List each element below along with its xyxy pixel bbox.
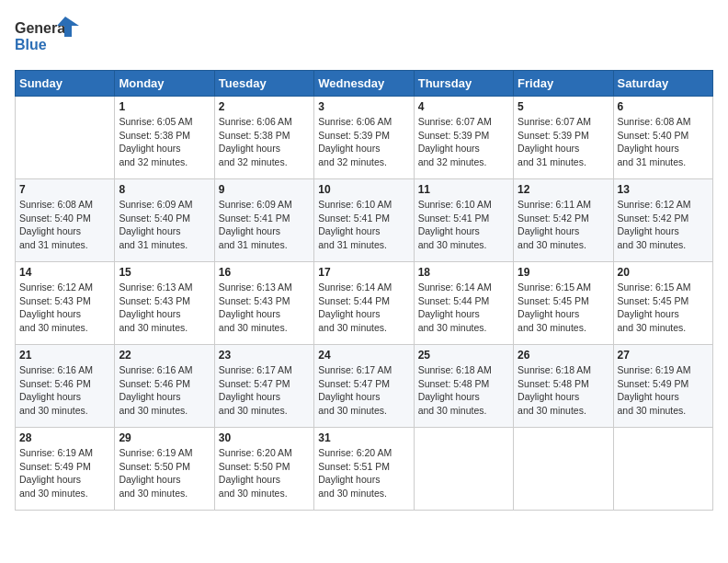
col-header-sunday: Sunday	[16, 71, 115, 97]
calendar-cell: 18Sunrise: 6:14 AMSunset: 5:44 PMDayligh…	[414, 262, 513, 345]
day-info: Sunrise: 6:10 AMSunset: 5:41 PMDaylight …	[318, 198, 409, 252]
day-info: Sunrise: 6:11 AMSunset: 5:42 PMDaylight …	[518, 198, 609, 252]
day-number: 15	[119, 266, 210, 279]
day-info: Sunrise: 6:19 AMSunset: 5:50 PMDaylight …	[119, 446, 210, 500]
day-info: Sunrise: 6:13 AMSunset: 5:43 PMDaylight …	[219, 281, 310, 335]
calendar-cell: 10Sunrise: 6:10 AMSunset: 5:41 PMDayligh…	[314, 179, 414, 262]
calendar-cell: 19Sunrise: 6:15 AMSunset: 5:45 PMDayligh…	[514, 262, 613, 345]
day-info: Sunrise: 6:14 AMSunset: 5:44 PMDaylight …	[418, 281, 509, 335]
day-number: 31	[318, 431, 409, 444]
day-info: Sunrise: 6:06 AMSunset: 5:39 PMDaylight …	[318, 115, 409, 169]
day-info: Sunrise: 6:17 AMSunset: 5:47 PMDaylight …	[318, 363, 409, 418]
calendar-cell: 31Sunrise: 6:20 AMSunset: 5:51 PMDayligh…	[314, 428, 414, 511]
calendar-cell: 23Sunrise: 6:17 AMSunset: 5:47 PMDayligh…	[214, 345, 313, 428]
day-number: 27	[618, 349, 709, 362]
day-number: 12	[518, 183, 609, 196]
calendar-cell	[613, 428, 712, 511]
day-info: Sunrise: 6:16 AMSunset: 5:46 PMDaylight …	[119, 363, 210, 418]
day-info: Sunrise: 6:06 AMSunset: 5:38 PMDaylight …	[219, 115, 310, 169]
day-number: 16	[219, 266, 310, 279]
day-info: Sunrise: 6:20 AMSunset: 5:50 PMDaylight …	[219, 446, 310, 500]
day-number: 28	[19, 431, 110, 444]
calendar-cell: 7Sunrise: 6:08 AMSunset: 5:40 PMDaylight…	[16, 179, 115, 262]
day-info: Sunrise: 6:10 AMSunset: 5:41 PMDaylight …	[418, 198, 509, 252]
calendar-cell: 8Sunrise: 6:09 AMSunset: 5:40 PMDaylight…	[115, 179, 214, 262]
day-number: 20	[618, 266, 709, 279]
day-number: 30	[219, 431, 310, 444]
col-header-thursday: Thursday	[414, 71, 513, 97]
calendar-cell: 9Sunrise: 6:09 AMSunset: 5:41 PMDaylight…	[214, 179, 313, 262]
calendar-week-row: 28Sunrise: 6:19 AMSunset: 5:49 PMDayligh…	[16, 428, 713, 511]
calendar-cell: 3Sunrise: 6:06 AMSunset: 5:39 PMDaylight…	[314, 97, 414, 179]
page-header: GeneralBlue	[15, 15, 713, 61]
calendar-table: SundayMondayTuesdayWednesdayThursdayFrid…	[15, 70, 713, 511]
day-info: Sunrise: 6:09 AMSunset: 5:41 PMDaylight …	[219, 198, 310, 252]
col-header-friday: Friday	[514, 71, 613, 97]
calendar-cell: 14Sunrise: 6:12 AMSunset: 5:43 PMDayligh…	[16, 262, 115, 345]
calendar-cell: 12Sunrise: 6:11 AMSunset: 5:42 PMDayligh…	[514, 179, 613, 262]
calendar-cell: 4Sunrise: 6:07 AMSunset: 5:39 PMDaylight…	[414, 97, 513, 179]
day-info: Sunrise: 6:12 AMSunset: 5:43 PMDaylight …	[19, 281, 110, 335]
calendar-header-row: SundayMondayTuesdayWednesdayThursdayFrid…	[16, 71, 713, 97]
day-number: 6	[618, 100, 709, 113]
logo: GeneralBlue	[15, 15, 79, 61]
col-header-wednesday: Wednesday	[314, 71, 414, 97]
calendar-week-row: 7Sunrise: 6:08 AMSunset: 5:40 PMDaylight…	[16, 179, 713, 262]
calendar-cell	[514, 428, 613, 511]
day-number: 18	[418, 266, 509, 279]
calendar-cell: 17Sunrise: 6:14 AMSunset: 5:44 PMDayligh…	[314, 262, 414, 345]
day-number: 11	[418, 183, 509, 196]
day-number: 26	[518, 349, 609, 362]
day-number: 24	[318, 349, 409, 362]
day-info: Sunrise: 6:18 AMSunset: 5:48 PMDaylight …	[518, 363, 609, 418]
calendar-cell: 27Sunrise: 6:19 AMSunset: 5:49 PMDayligh…	[613, 345, 712, 428]
day-number: 3	[318, 100, 409, 113]
day-info: Sunrise: 6:12 AMSunset: 5:42 PMDaylight …	[618, 198, 709, 252]
day-info: Sunrise: 6:19 AMSunset: 5:49 PMDaylight …	[618, 363, 709, 418]
day-number: 22	[119, 349, 210, 362]
day-number: 13	[618, 183, 709, 196]
day-info: Sunrise: 6:05 AMSunset: 5:38 PMDaylight …	[119, 115, 210, 169]
day-info: Sunrise: 6:08 AMSunset: 5:40 PMDaylight …	[618, 115, 709, 169]
day-number: 19	[518, 266, 609, 279]
calendar-cell: 25Sunrise: 6:18 AMSunset: 5:48 PMDayligh…	[414, 345, 513, 428]
day-number: 4	[418, 100, 509, 113]
logo-icon: GeneralBlue	[15, 15, 79, 61]
day-info: Sunrise: 6:13 AMSunset: 5:43 PMDaylight …	[119, 281, 210, 335]
day-info: Sunrise: 6:17 AMSunset: 5:47 PMDaylight …	[219, 363, 310, 418]
calendar-week-row: 1Sunrise: 6:05 AMSunset: 5:38 PMDaylight…	[16, 97, 713, 179]
calendar-cell: 16Sunrise: 6:13 AMSunset: 5:43 PMDayligh…	[214, 262, 313, 345]
day-number: 7	[19, 183, 110, 196]
day-number: 14	[19, 266, 110, 279]
calendar-week-row: 21Sunrise: 6:16 AMSunset: 5:46 PMDayligh…	[16, 345, 713, 428]
day-info: Sunrise: 6:15 AMSunset: 5:45 PMDaylight …	[618, 281, 709, 335]
day-number: 10	[318, 183, 409, 196]
day-number: 25	[418, 349, 509, 362]
calendar-cell: 1Sunrise: 6:05 AMSunset: 5:38 PMDaylight…	[115, 97, 214, 179]
day-info: Sunrise: 6:09 AMSunset: 5:40 PMDaylight …	[119, 198, 210, 252]
day-number: 5	[518, 100, 609, 113]
day-number: 2	[219, 100, 310, 113]
day-number: 23	[219, 349, 310, 362]
calendar-cell: 11Sunrise: 6:10 AMSunset: 5:41 PMDayligh…	[414, 179, 513, 262]
calendar-cell: 30Sunrise: 6:20 AMSunset: 5:50 PMDayligh…	[214, 428, 313, 511]
day-info: Sunrise: 6:16 AMSunset: 5:46 PMDaylight …	[19, 363, 110, 418]
calendar-cell: 24Sunrise: 6:17 AMSunset: 5:47 PMDayligh…	[314, 345, 414, 428]
calendar-cell: 26Sunrise: 6:18 AMSunset: 5:48 PMDayligh…	[514, 345, 613, 428]
calendar-cell: 5Sunrise: 6:07 AMSunset: 5:39 PMDaylight…	[514, 97, 613, 179]
col-header-monday: Monday	[115, 71, 214, 97]
calendar-cell: 29Sunrise: 6:19 AMSunset: 5:50 PMDayligh…	[115, 428, 214, 511]
day-info: Sunrise: 6:08 AMSunset: 5:40 PMDaylight …	[19, 198, 110, 252]
day-number: 8	[119, 183, 210, 196]
day-number: 29	[119, 431, 210, 444]
calendar-cell	[414, 428, 513, 511]
day-info: Sunrise: 6:20 AMSunset: 5:51 PMDaylight …	[318, 446, 409, 500]
day-info: Sunrise: 6:07 AMSunset: 5:39 PMDaylight …	[518, 115, 609, 169]
day-info: Sunrise: 6:18 AMSunset: 5:48 PMDaylight …	[418, 363, 509, 418]
day-number: 9	[219, 183, 310, 196]
col-header-tuesday: Tuesday	[214, 71, 313, 97]
day-info: Sunrise: 6:07 AMSunset: 5:39 PMDaylight …	[418, 115, 509, 169]
calendar-cell: 15Sunrise: 6:13 AMSunset: 5:43 PMDayligh…	[115, 262, 214, 345]
calendar-cell	[16, 97, 115, 179]
calendar-week-row: 14Sunrise: 6:12 AMSunset: 5:43 PMDayligh…	[16, 262, 713, 345]
